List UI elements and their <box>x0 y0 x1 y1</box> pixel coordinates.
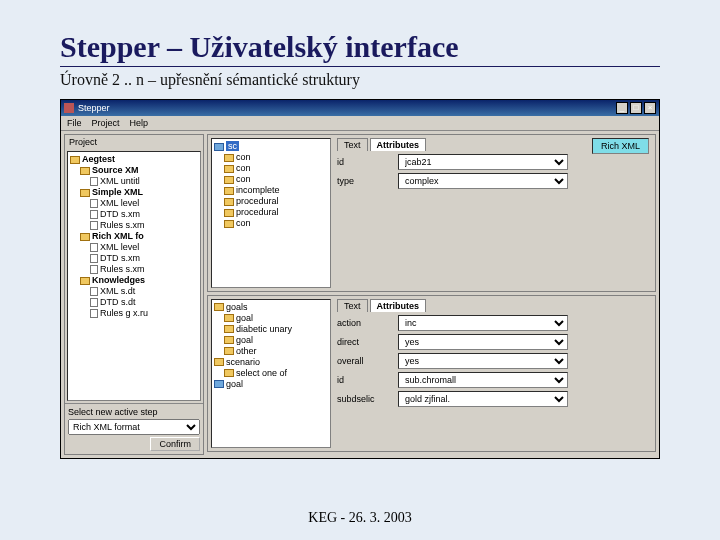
tree-item-label: XML level <box>100 242 139 252</box>
step-select[interactable]: Rich XML format <box>68 419 200 435</box>
lower-editor-pane: goalsgoaldiabetic unarygoalotherscenario… <box>207 295 656 453</box>
richxml-button[interactable]: Rich XML <box>592 138 649 154</box>
attr-label: id <box>337 375 392 385</box>
folder-icon <box>214 380 224 388</box>
tab-attributes-upper[interactable]: Attributes <box>370 138 427 151</box>
tree-item-label: select one of <box>236 368 287 378</box>
tree-item[interactable]: procedural <box>214 196 328 207</box>
tab-text-upper[interactable]: Text <box>337 138 368 151</box>
tree-item-label: Aegtest <box>82 154 115 164</box>
tree-item[interactable]: Aegtest <box>70 154 198 165</box>
tree-item[interactable]: Rules s.xm <box>70 220 198 231</box>
folder-icon <box>224 198 234 206</box>
minimize-button[interactable]: _ <box>616 102 628 114</box>
tree-item-label: goal <box>236 313 253 323</box>
tree-item-label: XML level <box>100 198 139 208</box>
menu-help[interactable]: Help <box>130 118 149 128</box>
folder-icon <box>224 336 234 344</box>
tree-item-label: sc <box>226 141 239 151</box>
upper-editor-pane: scconconconincompleteproceduralprocedura… <box>207 134 656 292</box>
upper-tree[interactable]: scconconconincompleteproceduralprocedura… <box>211 138 331 288</box>
tree-item[interactable]: XML s.dt <box>70 286 198 297</box>
tree-item[interactable]: goal <box>214 379 328 390</box>
tree-item[interactable]: con <box>214 163 328 174</box>
lower-tree[interactable]: goalsgoaldiabetic unarygoalotherscenario… <box>211 299 331 449</box>
confirm-button[interactable]: Confirm <box>150 437 200 451</box>
tree-item[interactable]: goals <box>214 302 328 313</box>
folder-icon <box>80 233 90 241</box>
attr-select[interactable]: inc <box>398 315 568 331</box>
attr-select[interactable]: yes <box>398 353 568 369</box>
tree-item[interactable]: diabetic unary <box>214 324 328 335</box>
tree-item[interactable]: con <box>214 218 328 229</box>
tree-item-label: con <box>236 174 251 184</box>
tree-item[interactable]: goal <box>214 335 328 346</box>
attr-select[interactable]: complex <box>398 173 568 189</box>
tree-item[interactable]: scenario <box>214 357 328 368</box>
tree-item[interactable]: XML level <box>70 198 198 209</box>
tree-item[interactable]: DTD s.xm <box>70 209 198 220</box>
tree-item-label: goals <box>226 302 248 312</box>
tree-item[interactable]: sc <box>214 141 328 152</box>
slide-footer: KEG - 26. 3. 2003 <box>0 510 720 526</box>
folder-icon <box>214 358 224 366</box>
tree-item[interactable]: XML untitl <box>70 176 198 187</box>
attr-select[interactable]: sub.chromall <box>398 372 568 388</box>
app-window: Stepper _ □ × File Project Help Project … <box>60 99 660 459</box>
file-icon <box>90 254 98 263</box>
menu-project[interactable]: Project <box>92 118 120 128</box>
tree-item[interactable]: con <box>214 152 328 163</box>
folder-icon <box>224 209 234 217</box>
tree-item[interactable]: DTD s.dt <box>70 297 198 308</box>
attr-label: type <box>337 176 392 186</box>
tree-item[interactable]: Knowledges <box>70 275 198 286</box>
tree-item[interactable]: Rules s.xm <box>70 264 198 275</box>
tree-item[interactable]: Simple XML <box>70 187 198 198</box>
tree-item[interactable]: select one of <box>214 368 328 379</box>
tab-text-lower[interactable]: Text <box>337 299 368 312</box>
attr-row: idjcab21 <box>337 154 652 170</box>
folder-icon <box>80 189 90 197</box>
tree-item[interactable]: Rich XML fo <box>70 231 198 242</box>
tree-item-label: incomplete <box>236 185 280 195</box>
close-button[interactable]: × <box>644 102 656 114</box>
tree-item[interactable]: other <box>214 346 328 357</box>
menu-file[interactable]: File <box>67 118 82 128</box>
tree-item-label: other <box>236 346 257 356</box>
tree-item[interactable]: incomplete <box>214 185 328 196</box>
tree-item-label: Rich XML fo <box>92 231 144 241</box>
tree-item-label: procedural <box>236 196 279 206</box>
file-icon <box>90 177 98 186</box>
file-icon <box>90 265 98 274</box>
attr-select[interactable]: gold zjfinal. <box>398 391 568 407</box>
tree-item[interactable]: DTD s.xm <box>70 253 198 264</box>
tree-item[interactable]: procedural <box>214 207 328 218</box>
folder-icon <box>70 156 80 164</box>
step-select-label: Select new active step <box>68 407 200 417</box>
folder-icon <box>80 277 90 285</box>
tree-item[interactable]: Rules g x.ru <box>70 308 198 319</box>
tree-item-label: goal <box>236 335 253 345</box>
file-icon <box>90 221 98 230</box>
tree-item[interactable]: goal <box>214 313 328 324</box>
attr-select[interactable]: jcab21 <box>398 154 568 170</box>
project-tree[interactable]: AegtestSource XMXML untitlSimple XMLXML … <box>67 151 201 401</box>
attr-label: action <box>337 318 392 328</box>
tree-item-label: goal <box>226 379 243 389</box>
tree-item[interactable]: XML level <box>70 242 198 253</box>
attr-row: subdselicgold zjfinal. <box>337 391 652 407</box>
folder-icon <box>214 143 224 151</box>
tree-item[interactable]: con <box>214 174 328 185</box>
menubar: File Project Help <box>61 116 659 131</box>
upper-attributes-form: idjcab21typecomplex <box>337 154 652 189</box>
slide-title: Stepper – Uživatelský interface <box>60 30 660 67</box>
tree-item-label: scenario <box>226 357 260 367</box>
tree-item[interactable]: Source XM <box>70 165 198 176</box>
attr-row: overallyes <box>337 353 652 369</box>
tree-item-label: XML s.dt <box>100 286 135 296</box>
tab-attributes-lower[interactable]: Attributes <box>370 299 427 312</box>
tree-item-label: DTD s.dt <box>100 297 136 307</box>
maximize-button[interactable]: □ <box>630 102 642 114</box>
tree-item-label: XML untitl <box>100 176 140 186</box>
attr-select[interactable]: yes <box>398 334 568 350</box>
